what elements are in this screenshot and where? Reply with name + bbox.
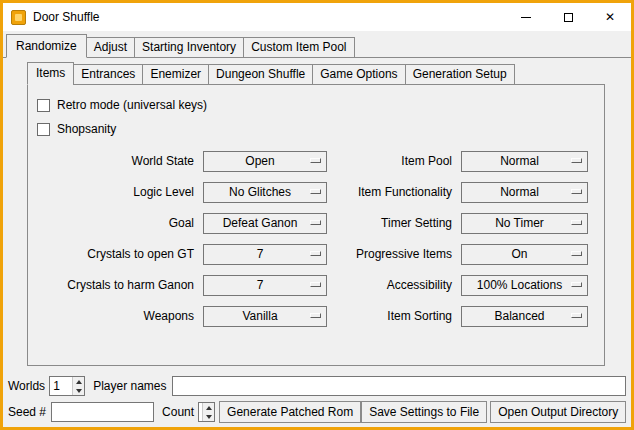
item-pool-label: Item Pool [327, 154, 461, 168]
weapons-dropdown[interactable]: Vanilla [203, 306, 327, 327]
crystals-open-gt-dropdown[interactable]: 7 [203, 244, 327, 265]
worlds-spin-buttons [72, 377, 84, 395]
world-state-dropdown[interactable]: Open [203, 151, 327, 172]
option-row: Goal Defeat Ganon Timer Setting No Timer [28, 212, 604, 234]
tab-dungeon-shuffle[interactable]: Dungeon Shuffle [208, 64, 313, 85]
crystals-harm-ganon-dropdown[interactable]: 7 [203, 275, 327, 296]
world-state-value: Open [245, 154, 284, 168]
item-sorting-value: Balanced [494, 309, 554, 323]
option-row: Crystals to harm Ganon 7 Accessibility 1… [28, 274, 604, 296]
progressive-items-value: On [511, 247, 537, 261]
window-title: Door Shuffle [33, 10, 100, 24]
player-names-label: Player names [93, 379, 166, 393]
tab-generation-setup[interactable]: Generation Setup [405, 64, 515, 85]
count-spinbox[interactable] [198, 402, 215, 422]
option-row: Crystals to open GT 7 Progressive Items … [28, 243, 604, 265]
progressive-items-label: Progressive Items [327, 247, 461, 261]
shopsanity-row: Shopsanity [28, 117, 604, 141]
generate-patched-rom-button[interactable]: Generate Patched Rom [219, 401, 361, 423]
close-button[interactable]: ✕ [589, 3, 631, 31]
dropdown-indicator-icon [310, 158, 321, 163]
logic-level-label: Logic Level [28, 185, 203, 199]
options-grid: World State Open Item Pool Normal Logic … [28, 150, 604, 327]
goal-value: Defeat Ganon [223, 216, 308, 230]
item-functionality-value: Normal [500, 185, 549, 199]
arrow-up-icon [76, 380, 82, 384]
item-functionality-dropdown[interactable]: Normal [461, 182, 588, 203]
dropdown-indicator-icon [571, 313, 582, 318]
option-row: Weapons Vanilla Item Sorting Balanced [28, 305, 604, 327]
accessibility-value: 100% Locations [477, 278, 572, 292]
accessibility-label: Accessibility [327, 278, 461, 292]
worlds-spin-down[interactable] [73, 386, 84, 395]
retro-mode-row: Retro mode (universal keys) [28, 93, 604, 117]
count-spin-buttons [202, 403, 214, 421]
dropdown-indicator-icon [571, 158, 582, 163]
worlds-spin-up[interactable] [73, 377, 84, 386]
retro-mode-label: Retro mode (universal keys) [57, 98, 207, 112]
items-tab-panel: Retro mode (universal keys) Shopsanity W… [27, 84, 605, 366]
dropdown-indicator-icon [310, 189, 321, 194]
tab-custom-item-pool[interactable]: Custom Item Pool [243, 37, 354, 57]
dropdown-indicator-icon [310, 251, 321, 256]
logic-level-value: No Glitches [229, 185, 301, 199]
seed-input[interactable] [51, 402, 154, 422]
dropdown-indicator-icon [310, 220, 321, 225]
world-state-label: World State [28, 154, 203, 168]
goal-label: Goal [28, 216, 203, 230]
crystals-harm-ganon-value: 7 [257, 278, 274, 292]
inner-tabbar: Items Entrances Enemizer Dungeon Shuffle… [27, 62, 631, 85]
tab-starting-inventory[interactable]: Starting Inventory [134, 37, 244, 57]
open-output-directory-button[interactable]: Open Output Directory [490, 401, 626, 423]
door-shuffle-window: Door Shuffle ✕ Randomize Adjust Starting… [0, 0, 634, 430]
tab-items[interactable]: Items [27, 62, 74, 85]
timer-setting-label: Timer Setting [327, 216, 461, 230]
seed-label: Seed # [8, 405, 46, 419]
arrow-down-icon [206, 415, 212, 419]
count-spin-up[interactable] [203, 403, 214, 412]
count-label: Count [162, 405, 194, 419]
item-pool-dropdown[interactable]: Normal [461, 151, 588, 172]
tab-entrances[interactable]: Entrances [73, 64, 143, 85]
crystals-open-gt-label: Crystals to open GT [28, 247, 203, 261]
progressive-items-dropdown[interactable]: On [461, 244, 588, 265]
retro-mode-checkbox[interactable] [37, 99, 50, 112]
dropdown-indicator-icon [310, 282, 321, 287]
minimize-button[interactable] [505, 3, 547, 31]
player-names-input[interactable] [172, 376, 627, 396]
tab-randomize[interactable]: Randomize [6, 34, 87, 58]
tab-game-options[interactable]: Game Options [312, 64, 405, 85]
worlds-input[interactable] [50, 377, 72, 395]
item-sorting-dropdown[interactable]: Balanced [461, 306, 588, 327]
worlds-spinbox[interactable] [49, 376, 85, 396]
dropdown-indicator-icon [310, 313, 321, 318]
minimize-icon [521, 17, 531, 18]
shopsanity-checkbox[interactable] [37, 123, 50, 136]
outer-tabbar: Randomize Adjust Starting Inventory Cust… [3, 34, 631, 58]
crystals-open-gt-value: 7 [257, 247, 274, 261]
worlds-label: Worlds [8, 379, 45, 393]
dropdown-indicator-icon [571, 251, 582, 256]
option-row: Logic Level No Glitches Item Functionali… [28, 181, 604, 203]
save-settings-button[interactable]: Save Settings to File [361, 401, 487, 423]
arrow-down-icon [76, 389, 82, 393]
maximize-button[interactable] [547, 3, 589, 31]
weapons-label: Weapons [28, 309, 203, 323]
option-row: World State Open Item Pool Normal [28, 150, 604, 172]
worlds-row: Worlds Player names [8, 375, 626, 397]
tab-adjust[interactable]: Adjust [86, 37, 135, 57]
count-spin-down[interactable] [203, 412, 214, 421]
tab-enemizer[interactable]: Enemizer [142, 64, 209, 85]
logic-level-dropdown[interactable]: No Glitches [203, 182, 327, 203]
timer-setting-dropdown[interactable]: No Timer [461, 213, 588, 234]
arrow-up-icon [206, 406, 212, 410]
accessibility-dropdown[interactable]: 100% Locations [461, 275, 588, 296]
goal-dropdown[interactable]: Defeat Ganon [203, 213, 327, 234]
weapons-value: Vanilla [242, 309, 287, 323]
titlebar: Door Shuffle ✕ [3, 3, 631, 31]
crystals-harm-ganon-label: Crystals to harm Ganon [28, 278, 203, 292]
timer-setting-value: No Timer [495, 216, 554, 230]
seed-row: Seed # Count Generate Patched Rom Save S… [8, 401, 626, 423]
item-functionality-label: Item Functionality [327, 185, 461, 199]
maximize-icon [564, 13, 573, 22]
